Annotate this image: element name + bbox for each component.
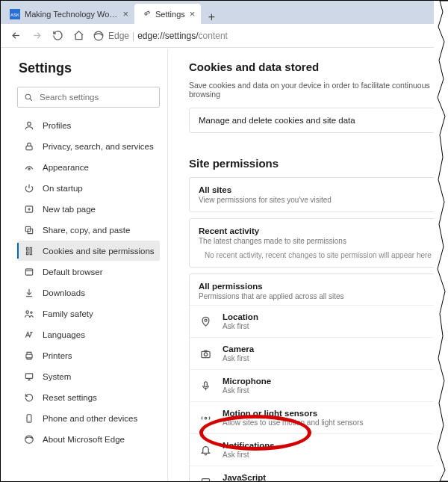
microphone-icon [199, 379, 212, 392]
svg-text:ASK: ASK [10, 13, 19, 17]
sidebar-item-label: Printers [43, 351, 72, 360]
home-button[interactable] [68, 25, 89, 46]
svg-rect-14 [26, 354, 32, 358]
lock-icon [23, 140, 35, 152]
reset-icon [23, 392, 35, 404]
sidebar-item-system[interactable]: System [17, 366, 160, 386]
back-button[interactable] [5, 25, 26, 46]
perm-title: JavaScript [223, 473, 266, 481]
perm-title: Notifications [223, 441, 275, 450]
site-perms-heading: Site permissions [189, 157, 447, 170]
sidebar-item-cookies[interactable]: Cookies and site permissions [17, 241, 160, 261]
svg-point-5 [28, 122, 31, 126]
close-icon[interactable]: × [190, 8, 196, 19]
svg-point-3 [94, 31, 103, 40]
profile-icon [23, 120, 35, 132]
cookies-subtext: Save cookies and data on your device in … [189, 81, 447, 99]
sidebar-item-profiles[interactable]: Profiles [17, 115, 160, 135]
perm-location[interactable]: Location Ask first [190, 305, 447, 337]
sidebar-item-label: Languages [43, 330, 85, 339]
svg-point-4 [25, 94, 31, 99]
sidebar-item-reset[interactable]: Reset settings [17, 387, 160, 407]
search-input[interactable] [38, 92, 153, 102]
download-icon [23, 287, 35, 299]
perm-title: Microphone [223, 377, 271, 386]
sidebar-item-languages[interactable]: Languages [17, 324, 160, 344]
perm-motion[interactable]: Motion or light sensors Allow sites to u… [190, 401, 447, 433]
perm-camera[interactable]: Camera Ask first [190, 337, 447, 369]
sidebar-item-label: On startup [43, 184, 83, 193]
perm-microphone[interactable]: Microphone Ask first [190, 369, 447, 401]
perm-title: Motion or light sensors [223, 409, 363, 418]
all-permissions-card: All permissions Permissions that are app… [189, 274, 447, 481]
svg-rect-23 [202, 478, 209, 481]
tab-settings[interactable]: Settings × [134, 4, 201, 24]
perm-javascript[interactable]: JavaScript Allowed [190, 466, 447, 481]
sidebar-item-about[interactable]: About Microsoft Edge [17, 429, 160, 449]
sidebar-item-label: Default browser [43, 268, 103, 276]
sidebar-item-label: Phone and other devices [43, 414, 137, 423]
language-icon [23, 329, 35, 341]
sidebar-item-startup[interactable]: On startup [17, 178, 160, 198]
printer-icon [23, 350, 35, 362]
perm-title: Location [223, 312, 258, 321]
perm-desc: Ask first [223, 451, 275, 459]
svg-point-18 [204, 319, 206, 321]
svg-rect-15 [25, 373, 32, 377]
gear-icon [140, 9, 151, 19]
card-title: All sites [199, 185, 438, 194]
card-desc: Permissions that are applied across all … [199, 292, 438, 300]
tab-strip: ASK Making Technology Work For E × Setti… [1, 1, 447, 24]
manage-cookies-row[interactable]: Manage and delete cookies and site data [189, 108, 447, 133]
motion-icon [199, 411, 212, 424]
javascript-icon [199, 475, 212, 481]
main-panel: Cookies and data stored Save cookies and… [168, 49, 447, 481]
camera-icon [199, 347, 212, 360]
sidebar-item-printers[interactable]: Printers [17, 345, 160, 365]
close-icon[interactable]: × [122, 8, 128, 19]
location-icon [199, 315, 212, 328]
svg-rect-11 [25, 268, 32, 274]
sidebar-item-label: System [43, 372, 71, 381]
sidebar-item-default-browser[interactable]: Default browser [17, 262, 160, 282]
tab-label: Making Technology Work For E [25, 10, 118, 19]
appearance-icon [23, 161, 35, 173]
sidebar-item-label: Downloads [43, 288, 85, 297]
edge-icon [23, 433, 35, 445]
svg-rect-6 [26, 146, 32, 149]
sidebar-item-label: Reset settings [43, 393, 97, 402]
perm-notifications[interactable]: Notifications Ask first [190, 433, 447, 466]
sidebar-item-share[interactable]: Share, copy, and paste [17, 220, 160, 240]
phone-icon [23, 413, 35, 424]
family-icon [23, 308, 35, 320]
sidebar-item-privacy[interactable]: Privacy, search, and services [17, 136, 160, 156]
svg-point-17 [25, 435, 34, 443]
svg-point-22 [205, 417, 207, 419]
toolbar: Edge | edge://settings/content [1, 24, 447, 48]
search-settings[interactable] [17, 87, 160, 108]
sidebar-item-family[interactable]: Family safety [17, 303, 160, 324]
refresh-button[interactable] [47, 25, 68, 46]
card-title: Recent activity [199, 226, 438, 235]
sidebar-item-label: About Microsoft Edge [43, 435, 125, 444]
forward-button[interactable] [26, 25, 47, 46]
browser-icon [23, 266, 35, 278]
sidebar-item-appearance[interactable]: Appearance [17, 157, 160, 177]
addr-proto: Edge [108, 31, 129, 41]
perm-desc: Ask first [223, 354, 254, 362]
tab-label: Settings [155, 10, 185, 19]
all-sites-row[interactable]: All sites View permissions for sites you… [189, 177, 447, 212]
perm-desc: Allow sites to use motion and light sens… [223, 418, 363, 427]
settings-title: Settings [19, 61, 160, 76]
new-tab-button[interactable]: + [201, 10, 222, 24]
sidebar-item-label: Privacy, search, and services [43, 142, 154, 151]
recent-empty-note: No recent activity, recent changes to si… [199, 245, 438, 259]
sidebar-item-phone[interactable]: Phone and other devices [17, 408, 160, 428]
sidebar-item-newtab[interactable]: New tab page [17, 199, 160, 219]
sidebar-item-downloads[interactable]: Downloads [17, 282, 160, 303]
tab-making-technology[interactable]: ASK Making Technology Work For E × [4, 4, 134, 24]
recent-activity-card: Recent activity The latest changes made … [189, 218, 447, 268]
sidebar: Settings Profiles Privacy, search, and s… [1, 49, 168, 481]
card-desc: View permissions for sites you've visite… [199, 196, 438, 204]
address-bar[interactable]: Edge | edge://settings/content [93, 27, 443, 45]
